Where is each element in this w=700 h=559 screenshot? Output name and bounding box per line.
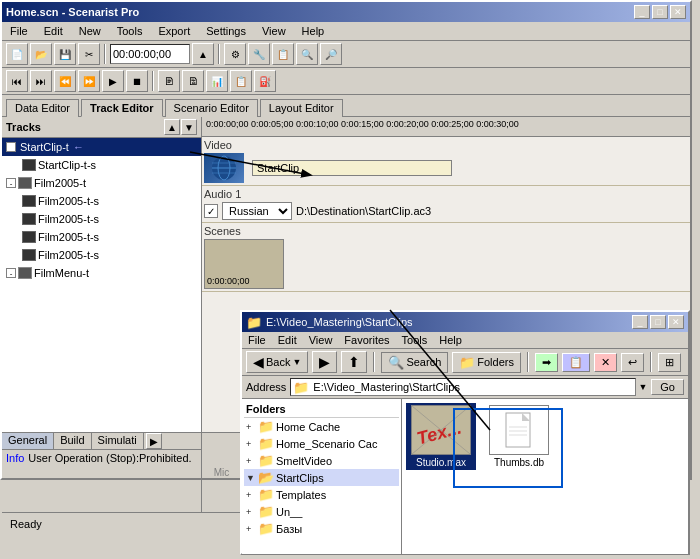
tab-data-editor[interactable]: Data Editor [6, 99, 79, 117]
track-expand-icon[interactable]: - [6, 178, 16, 188]
toolbar2-btn-8[interactable]: 🖺 [182, 70, 204, 92]
toolbar2-btn-1[interactable]: ⏮ [6, 70, 28, 92]
toolbar-btn-4[interactable]: ✂ [78, 43, 100, 65]
tab-build[interactable]: Build [54, 433, 91, 449]
menu-view[interactable]: View [258, 24, 290, 38]
tab-simulati[interactable]: Simulati [92, 433, 144, 449]
tracks-scroll-dn[interactable]: ▼ [181, 119, 197, 135]
folder-item[interactable]: + 📁 Home_Scenario Cac [244, 435, 399, 452]
exp-menu-tools[interactable]: Tools [400, 333, 430, 347]
address-folder-icon: 📁 [293, 380, 309, 395]
exp-menu-favorites[interactable]: Favorites [342, 333, 391, 347]
toolbar2-btn-10[interactable]: 📋 [230, 70, 252, 92]
track-item[interactable]: Film2005-t-s [2, 246, 201, 264]
film-icon [22, 195, 36, 207]
folder-item[interactable]: + 📁 Home Cache [244, 418, 399, 435]
menu-file[interactable]: File [6, 24, 32, 38]
menu-export[interactable]: Export [154, 24, 194, 38]
track-item[interactable]: Film2005-t-s [2, 192, 201, 210]
back-button[interactable]: ◀ Back ▼ [246, 351, 308, 373]
audio-track-dropdown[interactable]: Russian [222, 202, 292, 220]
track-expand-icon[interactable]: - [6, 268, 16, 278]
track-item[interactable]: - Film2005-t [2, 174, 201, 192]
up-button[interactable]: ⬆ [341, 351, 367, 373]
explorer-window: 📁 E:\Video_Mastering\StartClips _ □ ✕ Fi… [240, 310, 690, 555]
exp-btn-copy[interactable]: 📋 [562, 353, 590, 372]
toolbar2-btn-6[interactable]: ⏹ [126, 70, 148, 92]
toolbar-btn-6[interactable]: 🔧 [248, 43, 270, 65]
track-item[interactable]: Film2005-t-s [2, 210, 201, 228]
file-item-studio[interactable]: Tex... Studio.max [406, 403, 476, 470]
folder-item[interactable]: + 📁 Базы [244, 520, 399, 537]
file-item-thumbsdb[interactable]: Thumbs.db [484, 403, 554, 470]
menu-new[interactable]: New [75, 24, 105, 38]
audio-checkbox[interactable]: ✓ [204, 204, 218, 218]
film-icon [22, 249, 36, 261]
track-expand-icon[interactable]: - [6, 142, 16, 152]
separator-2 [218, 44, 220, 64]
toolbar2-btn-11[interactable]: ⛽ [254, 70, 276, 92]
exp-btn-delete[interactable]: ✕ [594, 353, 617, 372]
folder-expand: + [246, 490, 256, 500]
toolbar-btn-5[interactable]: ⚙ [224, 43, 246, 65]
explorer-close[interactable]: ✕ [668, 315, 684, 329]
toolbar-btn-8[interactable]: 🔍 [296, 43, 318, 65]
close-button[interactable]: ✕ [670, 5, 686, 19]
timecode-up[interactable]: ▲ [192, 43, 214, 65]
folder-item[interactable]: + 📁 Un__ [244, 503, 399, 520]
exp-menu-edit[interactable]: Edit [276, 333, 299, 347]
folders-button[interactable]: 📁 Folders [452, 352, 521, 373]
tab-track-editor[interactable]: Track Editor [81, 99, 163, 117]
bottom-left-panel: General Build Simulati ▶ Info User Opera… [2, 433, 202, 512]
toolbar2-btn-2[interactable]: ⏭ [30, 70, 52, 92]
search-button[interactable]: 🔍 Search [381, 352, 448, 373]
toolbar-btn-1[interactable]: 📄 [6, 43, 28, 65]
address-dropdown-icon[interactable]: ▼ [638, 382, 647, 392]
folder-expand: ▼ [246, 473, 256, 483]
folder-expand: + [246, 456, 256, 466]
exp-btn-undo[interactable]: ↩ [621, 353, 644, 372]
toolbar2-btn-9[interactable]: 📊 [206, 70, 228, 92]
forward-button[interactable]: ▶ [312, 351, 337, 373]
toolbar2-btn-4[interactable]: ⏩ [78, 70, 100, 92]
folder-item-selected[interactable]: ▼ 📂 StartClips [244, 469, 399, 486]
back-dropdown-icon: ▼ [292, 357, 301, 367]
toolbar-btn-2[interactable]: 📂 [30, 43, 52, 65]
exp-btn-move[interactable]: ➡ [535, 353, 558, 372]
timecode-input[interactable] [110, 44, 190, 64]
panel-expand[interactable]: ▶ [146, 433, 162, 449]
minimize-button[interactable]: _ [634, 5, 650, 19]
go-button[interactable]: Go [651, 379, 684, 395]
explorer-maximize[interactable]: □ [650, 315, 666, 329]
menu-tools[interactable]: Tools [113, 24, 147, 38]
exp-menu-file[interactable]: File [246, 333, 268, 347]
tab-layout-editor[interactable]: Layout Editor [260, 99, 343, 117]
track-item[interactable]: StartClip-t-s [2, 156, 201, 174]
folder-icon: 📁 [258, 436, 274, 451]
folder-item[interactable]: + 📁 SmeltVideo [244, 452, 399, 469]
toolbar-btn-9[interactable]: 🔎 [320, 43, 342, 65]
maximize-button[interactable]: □ [652, 5, 668, 19]
exp-btn-views[interactable]: ⊞ [658, 353, 681, 372]
toolbar2-btn-7[interactable]: 🖹 [158, 70, 180, 92]
toolbar2-btn-3[interactable]: ⏪ [54, 70, 76, 92]
tracks-scroll-up[interactable]: ▲ [164, 119, 180, 135]
tab-scenario-editor[interactable]: Scenario Editor [165, 99, 258, 117]
menu-settings[interactable]: Settings [202, 24, 250, 38]
info-row: Info User Operation (Stop):Prohibited. [6, 452, 197, 464]
track-item[interactable]: - StartClip-t ← [2, 138, 201, 156]
exp-menu-help[interactable]: Help [437, 333, 464, 347]
track-item[interactable]: - FilmMenu-t [2, 264, 201, 282]
folder-item[interactable]: + 📁 Templates [244, 486, 399, 503]
menu-help[interactable]: Help [298, 24, 329, 38]
bottom-tab-bar: General Build Simulati ▶ [2, 433, 201, 450]
exp-menu-view[interactable]: View [307, 333, 335, 347]
tab-general[interactable]: General [2, 433, 54, 449]
menu-edit[interactable]: Edit [40, 24, 67, 38]
toolbar-btn-7[interactable]: 📋 [272, 43, 294, 65]
toolbar-btn-3[interactable]: 💾 [54, 43, 76, 65]
track-item[interactable]: Film2005-t-s [2, 228, 201, 246]
explorer-minimize[interactable]: _ [632, 315, 648, 329]
tab-bar: Data Editor Track Editor Scenario Editor… [2, 95, 690, 116]
toolbar2-btn-5[interactable]: ▶ [102, 70, 124, 92]
